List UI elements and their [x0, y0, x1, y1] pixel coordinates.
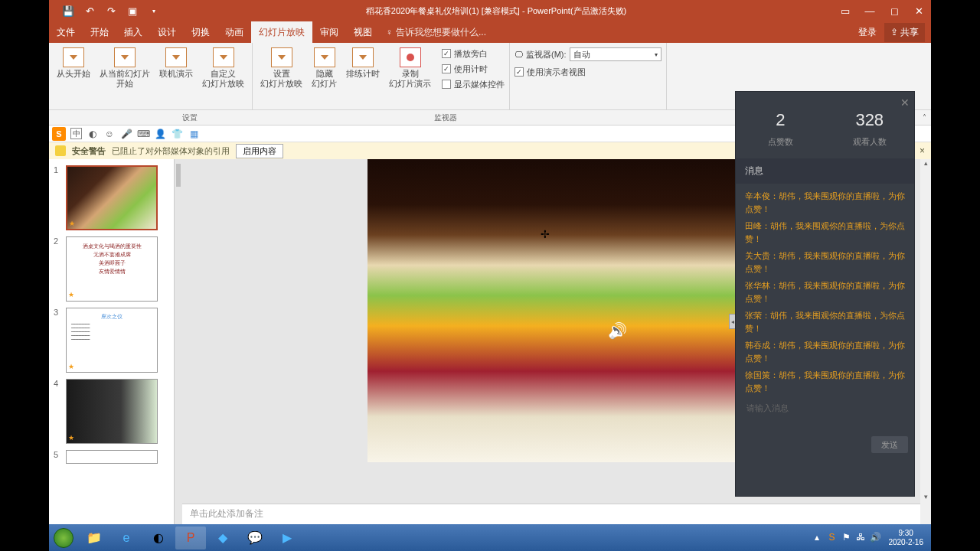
taskbar-app-blue[interactable]: ◆	[207, 527, 238, 549]
tab-view[interactable]: 视图	[346, 21, 380, 43]
chat-message: 田峰：胡伟，我来围观你的直播啦，为你点赞！	[745, 220, 905, 246]
login-link[interactable]: 登录	[858, 26, 877, 39]
live-chat-panel: ✕ 2点赞数 328观看人数 消息 辛本俊：胡伟，我来围观你的直播啦，为你点赞！…	[735, 91, 915, 497]
chat-send-button[interactable]: 发送	[871, 436, 908, 453]
show-media-controls-checkbox[interactable]: 显示媒体控件	[442, 77, 505, 92]
tab-file[interactable]: 文件	[49, 21, 83, 43]
tab-insert[interactable]: 插入	[116, 21, 150, 43]
ime-punct-icon[interactable]: ◐	[87, 128, 99, 140]
ime-lang-toggle[interactable]: 中	[70, 128, 82, 139]
close-icon[interactable]: ✕	[906, 0, 931, 21]
chat-message: 张华林：胡伟，我来围观你的直播啦，为你点赞！	[745, 279, 905, 305]
tab-review[interactable]: 审阅	[312, 21, 346, 43]
from-current-button[interactable]: 从当前幻灯片 开始	[96, 46, 153, 90]
tab-home[interactable]: 开始	[83, 21, 116, 43]
taskbar-wechat[interactable]: 💬	[240, 527, 270, 549]
animation-star-icon: ★	[68, 291, 74, 299]
tab-transitions[interactable]: 切换	[184, 21, 217, 43]
from-beginning-button[interactable]: 从头开始	[54, 46, 93, 90]
lightbulb-icon: ♀	[386, 27, 393, 37]
present-online-button[interactable]: 联机演示	[156, 46, 196, 90]
scroll-up-icon[interactable]: ▴	[920, 159, 931, 170]
taskbar-explorer[interactable]: 📁	[79, 527, 109, 549]
use-timings-checkbox[interactable]: ✓使用计时	[442, 61, 505, 77]
animation-star-icon: ★	[68, 434, 74, 442]
play-narration-checkbox[interactable]: ✓播放旁白	[442, 46, 505, 61]
chat-message: 辛本俊：胡伟，我来围观你的直播啦，为你点赞！	[745, 190, 905, 216]
slide-thumbnail-3[interactable]: 座次之仪━━━━━━━━━━━━━━━━━━━━━━━━━━━━━━━━━━━━…	[66, 308, 158, 373]
ime-emoji-icon[interactable]: ☺	[103, 128, 116, 140]
scroll-down-icon[interactable]: ▾	[920, 493, 931, 504]
ime-skin-icon[interactable]: 👕	[171, 128, 183, 140]
collapse-ribbon-icon[interactable]: ˄	[923, 113, 931, 122]
slide-thumbnail-5[interactable]	[66, 450, 158, 464]
chat-message: 张荣：胡伟，我来围观你的直播啦，为你点赞！	[745, 309, 905, 335]
slide-thumbnail-panel[interactable]: 1★ 2酒桌文化与喝酒的重要性无酒不宴难成席美酒即面子友情爱情情★ 3座次之仪━…	[49, 159, 175, 525]
presenter-view-checkbox[interactable]: ✓使用演示者视图	[514, 64, 662, 80]
ribbon-tabs: 文件 开始 插入 设计 切换 动画 幻灯片放映 审阅 视图 ♀ 告诉我您想要做什…	[49, 21, 931, 43]
likes-count: 2	[736, 110, 825, 130]
monitor-dropdown[interactable]: 自动▾	[570, 47, 662, 61]
audio-speaker-icon[interactable]	[606, 320, 628, 341]
chat-message: 韩吞成：胡伟，我来围观你的直播啦，为你点赞！	[745, 339, 905, 365]
share-button[interactable]: ⇪ 共享	[884, 23, 925, 42]
main-slide-canvas[interactable]: ✢	[368, 159, 735, 462]
warning-close-icon[interactable]: ×	[920, 145, 925, 156]
minimize-icon[interactable]: —	[858, 0, 882, 21]
tab-design[interactable]: 设计	[150, 21, 184, 43]
ime-login-icon[interactable]: 👤	[154, 128, 166, 140]
vertical-scrollbar[interactable]: ▴ ▾	[920, 159, 931, 525]
sogou-ime-icon[interactable]: S	[52, 127, 66, 141]
taskbar-media[interactable]: ▶	[272, 527, 302, 549]
save-icon[interactable]: 💾	[63, 5, 74, 16]
qat-customize-icon[interactable]: ▾	[149, 5, 159, 16]
warning-icon	[55, 145, 66, 156]
titlebar: 💾 ↶ ↷ ▣ ▾ 稻花香2020年餐桌礼仪培训(1) [兼容模式] - Pow…	[49, 0, 931, 21]
messages-header: 消息	[736, 158, 914, 184]
tell-me-search[interactable]: ♀ 告诉我您想要做什么...	[386, 26, 486, 39]
chevron-down-icon: ▾	[655, 51, 658, 58]
tab-slideshow[interactable]: 幻灯片放映	[251, 21, 312, 43]
enable-content-button[interactable]: 启用内容	[236, 144, 283, 158]
taskbar-powerpoint[interactable]: P	[175, 527, 206, 549]
chat-message: 徐国策：胡伟，我来围观你的直播啦，为你点赞！	[745, 369, 905, 395]
undo-icon[interactable]: ↶	[84, 5, 95, 16]
start-button[interactable]	[49, 524, 78, 551]
start-from-beginning-icon[interactable]: ▣	[127, 5, 138, 16]
chat-close-icon[interactable]: ✕	[900, 96, 910, 109]
panel-splitter[interactable]	[175, 159, 182, 525]
taskbar-clock[interactable]: 9:30 2020-2-16	[884, 529, 928, 547]
notes-pane[interactable]: 单击此处添加备注	[182, 504, 920, 525]
custom-slideshow-button[interactable]: 自定义 幻灯片放映	[199, 46, 247, 90]
record-slideshow-button[interactable]: 录制 幻灯片演示	[386, 46, 434, 92]
redo-icon[interactable]: ↷	[106, 5, 116, 16]
taskbar-sogou-browser[interactable]: ◐	[143, 527, 174, 549]
windows-taskbar: 📁 e ◐ P ◆ 💬 ▶ ▴ S ⚑ 🖧 🔊 9:30 2020-2-16	[49, 524, 931, 551]
rehearse-timings-button[interactable]: 排练计时	[343, 46, 383, 92]
viewers-count: 328	[825, 110, 915, 130]
slide-thumbnail-2[interactable]: 酒桌文化与喝酒的重要性无酒不宴难成席美酒即面子友情爱情情★	[66, 236, 158, 302]
maximize-icon[interactable]: ◻	[882, 0, 906, 21]
slide-thumbnail-4[interactable]: ★	[66, 379, 158, 444]
hide-slide-button[interactable]: 隐藏 幻灯片	[309, 46, 340, 92]
ime-voice-icon[interactable]: 🎤	[120, 128, 132, 140]
cursor-crosshair-icon: ✢	[541, 228, 550, 240]
tray-volume-icon[interactable]: 🔊	[870, 532, 882, 544]
animation-star-icon: ★	[69, 220, 75, 227]
tray-sogou-icon[interactable]: S	[828, 532, 841, 544]
chat-input[interactable]: 请输入消息	[742, 399, 908, 433]
animation-star-icon: ★	[68, 363, 74, 370]
tab-animations[interactable]: 动画	[217, 21, 251, 43]
monitor-icon: 🖵	[514, 50, 523, 59]
tray-expand-icon[interactable]: ▴	[815, 532, 827, 544]
ime-keyboard-icon[interactable]: ⌨	[137, 128, 149, 140]
ribbon-options-icon[interactable]: ▭	[833, 0, 858, 21]
tray-flag-icon[interactable]: ⚑	[842, 532, 854, 544]
taskbar-ie[interactable]: e	[111, 527, 142, 549]
ime-toolbox-icon[interactable]: ▦	[188, 128, 200, 140]
chat-message-list[interactable]: 辛本俊：胡伟，我来围观你的直播啦，为你点赞！ 田峰：胡伟，我来围观你的直播啦，为…	[736, 184, 914, 396]
tray-network-icon[interactable]: 🖧	[856, 532, 868, 544]
setup-slideshow-button[interactable]: 设置 幻灯片放映	[257, 46, 305, 92]
slide-thumbnail-1[interactable]: ★	[66, 165, 158, 230]
window-title: 稻花香2020年餐桌礼仪培训(1) [兼容模式] - PowerPoint(产品…	[159, 5, 833, 17]
